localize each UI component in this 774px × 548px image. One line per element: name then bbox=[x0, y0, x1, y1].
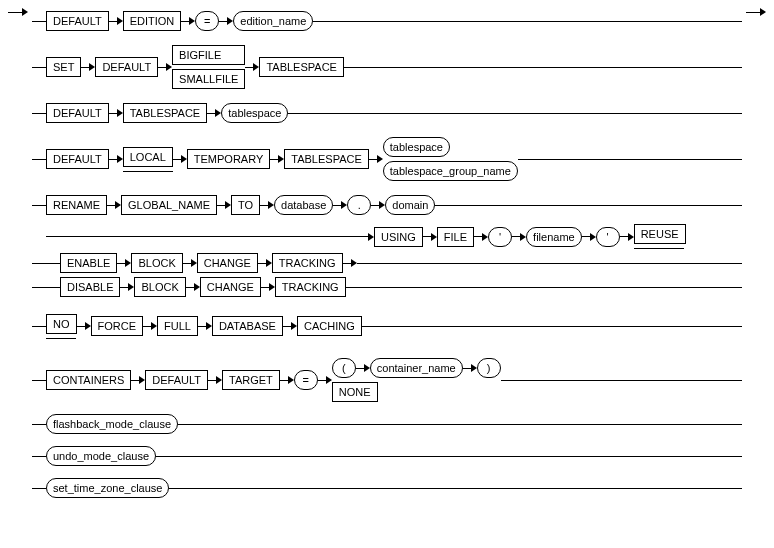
kw-tablespace: TABLESPACE bbox=[123, 103, 208, 123]
sym-equals: = bbox=[294, 370, 318, 390]
kw-default: DEFAULT bbox=[46, 11, 109, 31]
sym-equals: = bbox=[195, 11, 219, 31]
sym-dot: . bbox=[347, 195, 371, 215]
nt-domain: domain bbox=[385, 195, 435, 215]
kw-enable: ENABLE bbox=[60, 253, 117, 273]
nt-filename: filename bbox=[526, 227, 582, 247]
kw-containers: CONTAINERS bbox=[46, 370, 131, 390]
kw-full: FULL bbox=[157, 316, 198, 336]
nt-set-time-zone-clause: set_time_zone_clause bbox=[46, 478, 169, 498]
kw-change: CHANGE bbox=[200, 277, 261, 297]
kw-local: LOCAL bbox=[123, 147, 173, 167]
nt-undo-mode-clause: undo_mode_clause bbox=[46, 446, 156, 466]
branch-force-caching: NO FORCE FULL DATABASE CACHING bbox=[32, 303, 742, 349]
kw-temporary: TEMPORARY bbox=[187, 149, 270, 169]
kw-caching: CACHING bbox=[297, 316, 362, 336]
branch-rename-global-name: RENAME GLOBAL_NAME TO database . domain bbox=[32, 192, 742, 218]
sym-quote-open: ' bbox=[488, 227, 512, 247]
nt-database: database bbox=[274, 195, 333, 215]
optional-local: LOCAL bbox=[123, 147, 173, 172]
choice-bigfile-smallfile: BIGFILE SMALLFILE bbox=[172, 45, 245, 89]
entry-arrow bbox=[8, 8, 28, 16]
branch-default-temp-tablespace: DEFAULT LOCAL TEMPORARY TABLESPACE table… bbox=[32, 132, 742, 186]
kw-disable: DISABLE bbox=[60, 277, 120, 297]
branch-default-tablespace: DEFAULT TABLESPACE tablespace bbox=[32, 100, 742, 126]
sym-quote-close: ' bbox=[596, 227, 620, 247]
kw-tablespace: TABLESPACE bbox=[259, 57, 344, 77]
kw-force: FORCE bbox=[91, 316, 144, 336]
branch-containers-default-target: CONTAINERS DEFAULT TARGET = ( container_… bbox=[32, 355, 742, 405]
kw-file: FILE bbox=[437, 227, 474, 247]
optional-reuse: REUSE bbox=[634, 224, 686, 249]
nt-container-name: container_name bbox=[370, 358, 463, 378]
kw-rename: RENAME bbox=[46, 195, 107, 215]
nt-edition-name: edition_name bbox=[233, 11, 313, 31]
kw-to: TO bbox=[231, 195, 260, 215]
kw-bigfile: BIGFILE bbox=[172, 45, 245, 65]
kw-global-name: GLOBAL_NAME bbox=[121, 195, 217, 215]
kw-set: SET bbox=[46, 57, 81, 77]
nt-tablespace: tablespace bbox=[221, 103, 288, 123]
kw-smallfile: SMALLFILE bbox=[172, 69, 245, 89]
branch-undo-mode: undo_mode_clause bbox=[32, 443, 742, 469]
kw-reuse: REUSE bbox=[634, 224, 686, 244]
branch-default-edition: DEFAULT EDITION = edition_name bbox=[32, 8, 742, 34]
exit-arrow bbox=[746, 8, 766, 16]
branch-flashback-mode: flashback_mode_clause bbox=[32, 411, 742, 437]
branch-set-default-tablespace: SET DEFAULT BIGFILE SMALLFILE TABLESPACE bbox=[32, 40, 742, 94]
kw-using: USING bbox=[374, 227, 423, 247]
nt-tablespace-group-name: tablespace_group_name bbox=[383, 161, 518, 181]
choice-container-or-none: ( container_name ) NONE bbox=[332, 358, 501, 402]
kw-tracking: TRACKING bbox=[275, 277, 346, 297]
kw-edition: EDITION bbox=[123, 11, 182, 31]
kw-tablespace: TABLESPACE bbox=[284, 149, 369, 169]
branch-block-change-tracking: USING FILE ' filename ' REUSE bbox=[32, 224, 742, 297]
sym-rparen: ) bbox=[477, 358, 501, 378]
repeat-dot-domain: . domain bbox=[347, 195, 435, 215]
nt-flashback-mode-clause: flashback_mode_clause bbox=[46, 414, 178, 434]
kw-default: DEFAULT bbox=[46, 103, 109, 123]
sym-lparen: ( bbox=[332, 358, 356, 378]
optional-no: NO bbox=[46, 314, 77, 339]
branch-set-time-zone: set_time_zone_clause bbox=[32, 475, 742, 501]
kw-default: DEFAULT bbox=[46, 149, 109, 169]
railroad-diagram: DEFAULT EDITION = edition_name SET DEFAU… bbox=[8, 8, 766, 507]
kw-none: NONE bbox=[332, 382, 378, 402]
kw-block: BLOCK bbox=[131, 253, 182, 273]
nt-tablespace: tablespace bbox=[383, 137, 450, 157]
kw-default: DEFAULT bbox=[95, 57, 158, 77]
kw-target: TARGET bbox=[222, 370, 280, 390]
kw-default: DEFAULT bbox=[145, 370, 208, 390]
kw-tracking: TRACKING bbox=[272, 253, 343, 273]
choice-tablespace-or-group: tablespace tablespace_group_name bbox=[383, 137, 518, 181]
kw-block: BLOCK bbox=[134, 277, 185, 297]
kw-no: NO bbox=[46, 314, 77, 334]
kw-database: DATABASE bbox=[212, 316, 283, 336]
kw-change: CHANGE bbox=[197, 253, 258, 273]
